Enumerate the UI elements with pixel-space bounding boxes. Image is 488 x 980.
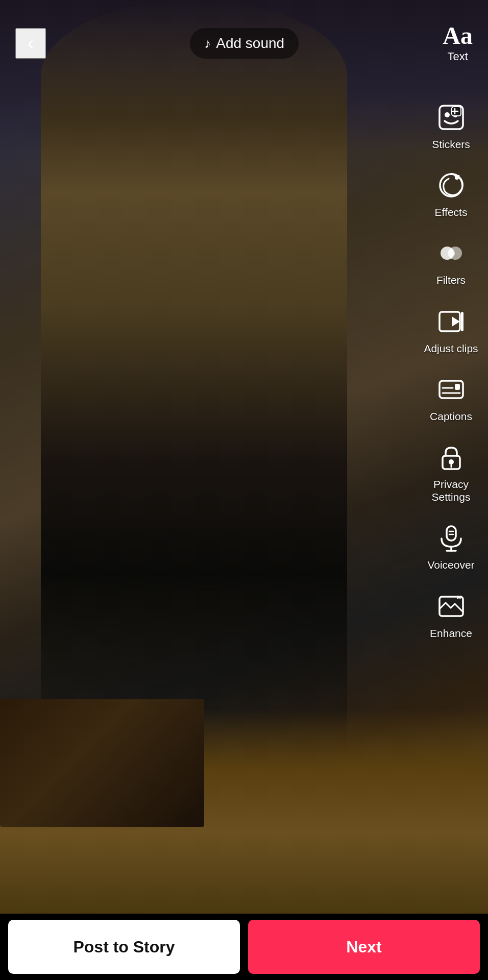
text-tool-label: Text: [447, 50, 468, 63]
back-icon: ‹: [28, 34, 34, 53]
post-story-button[interactable]: Post to Story: [8, 920, 240, 974]
captions-icon: [435, 373, 468, 406]
stickers-tool[interactable]: Stickers: [414, 92, 488, 160]
adjust-clips-label: Adjust clips: [424, 342, 478, 355]
effects-tool[interactable]: Effects: [414, 160, 488, 228]
svg-rect-12: [461, 312, 463, 331]
svg-rect-16: [455, 384, 460, 390]
voiceover-label: Voiceover: [427, 558, 474, 571]
privacy-settings-label: PrivacySettings: [432, 478, 471, 503]
svg-rect-20: [447, 526, 456, 541]
filters-label: Filters: [436, 274, 466, 286]
filters-tool[interactable]: Filters: [414, 228, 488, 296]
voiceover-icon: [435, 522, 468, 554]
next-button[interactable]: Next: [248, 920, 480, 974]
add-sound-button[interactable]: ♪ Add sound: [190, 28, 299, 59]
svg-marker-11: [452, 316, 460, 327]
privacy-settings-tool[interactable]: PrivacySettings: [414, 432, 488, 512]
text-tool-button[interactable]: Aa Text: [443, 23, 473, 63]
bottom-action-bar: Post to Story Next: [0, 914, 488, 980]
add-sound-label: Add sound: [216, 35, 284, 52]
back-button[interactable]: ‹: [15, 28, 46, 59]
bg-figure-overlay: [41, 0, 347, 766]
adjust-clips-tool[interactable]: Adjust clips: [414, 296, 488, 364]
enhance-label: Enhance: [430, 627, 472, 640]
svg-point-1: [445, 112, 450, 117]
music-note-icon: ♪: [204, 36, 211, 52]
filters-icon: [435, 237, 468, 270]
captions-tool[interactable]: Captions: [414, 364, 488, 432]
adjust-clips-icon: [435, 305, 468, 338]
stickers-label: Stickers: [432, 138, 470, 151]
effects-icon: [435, 169, 468, 202]
privacy-settings-icon: [435, 441, 468, 474]
effects-label: Effects: [435, 206, 468, 218]
enhance-icon: [435, 590, 468, 623]
enhance-tool[interactable]: Enhance: [414, 581, 488, 649]
stickers-icon: [435, 101, 468, 134]
text-aa-icon: Aa: [443, 23, 473, 48]
bg-equipment-overlay: [0, 699, 204, 827]
captions-label: Captions: [430, 410, 472, 423]
top-bar: ‹ ♪ Add sound Aa Text: [0, 0, 488, 66]
voiceover-tool[interactable]: Voiceover: [414, 512, 488, 580]
right-toolbar: Stickers Effects Filters: [414, 92, 488, 649]
